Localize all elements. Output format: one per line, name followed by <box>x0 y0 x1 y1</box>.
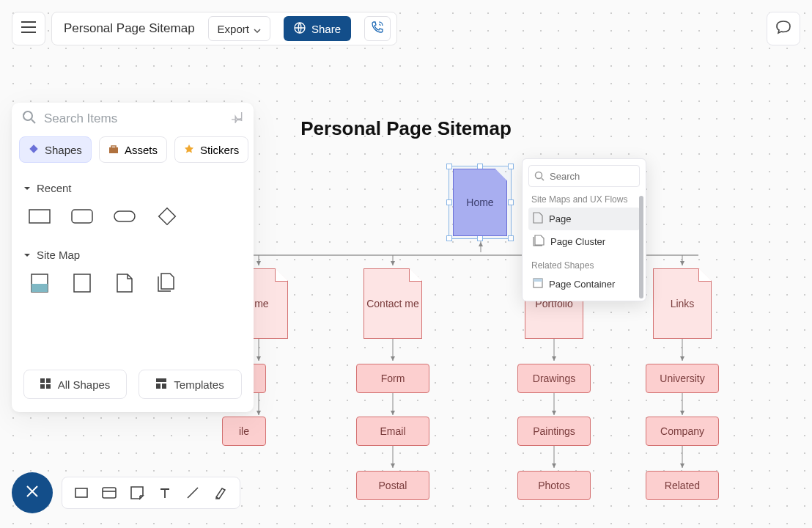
node-rect-drawings[interactable]: Drawings <box>517 364 591 393</box>
node-rect-photos[interactable]: Photos <box>517 471 591 500</box>
svg-rect-7 <box>114 211 135 221</box>
node-label: Links <box>671 298 695 309</box>
star-icon <box>184 144 194 156</box>
svg-rect-10 <box>32 284 48 292</box>
svg-rect-11 <box>74 274 90 292</box>
diagram-title[interactable]: Personal Page Sitemap <box>300 117 512 140</box>
svg-rect-13 <box>46 378 51 383</box>
shapes-panel: Shapes Assets Stickers Recent Site Map <box>12 103 254 412</box>
node-label: ile <box>239 425 249 437</box>
node-home-label: Home <box>466 197 493 208</box>
tab-assets[interactable]: Assets <box>99 136 167 163</box>
templates-icon <box>156 378 166 391</box>
node-home[interactable]: Home <box>453 169 507 236</box>
shape-page-fill[interactable] <box>26 270 53 296</box>
qt-highlighter[interactable] <box>209 481 232 505</box>
node-page-links[interactable]: Links <box>653 268 712 339</box>
node-rect-company[interactable]: Company <box>646 417 719 446</box>
qt-line[interactable] <box>181 481 204 505</box>
page-icon <box>533 212 543 226</box>
search-icon[interactable] <box>22 110 37 128</box>
qt-rectangle[interactable] <box>70 481 93 505</box>
qt-sticky-note[interactable] <box>125 481 149 505</box>
section-sitemap-toggle[interactable]: Site Map <box>23 243 242 267</box>
node-label: Postal <box>379 480 407 491</box>
qt-text[interactable] <box>153 481 177 505</box>
node-rect-postal[interactable]: Postal <box>356 471 429 500</box>
svg-rect-8 <box>159 208 176 225</box>
picker-item-page-container[interactable]: Page Container <box>528 274 640 295</box>
picker-search-input[interactable] <box>528 165 640 187</box>
node-label: Photos <box>538 480 570 491</box>
picker-category-label: Site Maps and UX Flows <box>528 187 640 208</box>
svg-rect-15 <box>46 384 51 389</box>
shape-file-stack[interactable] <box>154 270 180 296</box>
quick-tool-strip <box>62 477 240 509</box>
svg-point-19 <box>536 172 542 179</box>
shape-picker-popup: Site Maps and UX Flows Page Page Cluster… <box>522 158 646 301</box>
pin-icon[interactable] <box>232 111 243 126</box>
node-rect-paintings[interactable]: Paintings <box>517 417 591 446</box>
node-label: Contact me <box>366 298 419 309</box>
shapes-search-input[interactable] <box>44 111 224 126</box>
scrollbar-thumb[interactable] <box>639 196 643 298</box>
picker-item-label: Page <box>549 213 571 224</box>
node-page-contact[interactable]: Contact me <box>363 268 422 339</box>
node-label: Company <box>660 425 704 437</box>
svg-rect-21 <box>534 279 542 282</box>
node-label: Related <box>665 480 700 491</box>
svg-rect-17 <box>156 384 160 389</box>
page-container-icon <box>533 278 543 290</box>
svg-rect-16 <box>156 378 166 382</box>
svg-rect-22 <box>75 488 87 497</box>
section-recent-label: Recent <box>37 182 72 194</box>
shape-page-outline[interactable] <box>69 270 95 296</box>
all-shapes-button[interactable]: All Shapes <box>23 370 127 399</box>
qt-card[interactable] <box>97 481 121 505</box>
svg-rect-18 <box>162 384 166 389</box>
shape-rounded-rectangle[interactable] <box>69 203 95 230</box>
shape-file[interactable] <box>111 270 138 296</box>
node-rect-related[interactable]: Related <box>646 471 719 500</box>
picker-item-label: Page Container <box>549 279 615 290</box>
picker-item-label: Page Cluster <box>550 236 605 247</box>
svg-rect-2 <box>29 144 37 153</box>
briefcase-icon <box>108 144 119 156</box>
section-recent-toggle[interactable]: Recent <box>23 176 242 200</box>
shape-diamond[interactable] <box>154 203 180 230</box>
tab-stickers[interactable]: Stickers <box>174 136 248 163</box>
node-label: Paintings <box>533 425 575 437</box>
node-rect-email[interactable]: Email <box>356 417 429 446</box>
svg-rect-14 <box>40 384 45 389</box>
page-cluster-icon <box>533 235 545 249</box>
all-shapes-label: All Shapes <box>58 378 111 391</box>
diamond-icon <box>29 144 39 156</box>
svg-rect-6 <box>72 210 92 223</box>
svg-rect-12 <box>40 378 45 383</box>
svg-rect-5 <box>29 210 50 223</box>
close-fab-button[interactable] <box>12 472 53 513</box>
picker-item-page[interactable]: Page <box>528 208 640 230</box>
svg-rect-23 <box>103 488 116 498</box>
search-icon <box>534 171 545 181</box>
shape-rectangle[interactable] <box>26 203 53 230</box>
node-rect[interactable]: ile <box>222 417 266 446</box>
node-label: University <box>660 373 704 384</box>
tab-shapes[interactable]: Shapes <box>19 136 92 163</box>
section-sitemap-label: Site Map <box>37 249 80 261</box>
node-rect-form[interactable]: Form <box>356 364 429 393</box>
node-label: Drawings <box>533 373 575 384</box>
templates-label: Templates <box>174 378 224 391</box>
shape-pill[interactable] <box>111 203 138 230</box>
svg-rect-4 <box>111 146 116 148</box>
tab-shapes-label: Shapes <box>45 144 82 156</box>
node-label: Email <box>380 425 405 437</box>
tab-assets-label: Assets <box>125 144 158 156</box>
picker-category-label: Related Shapes <box>528 253 640 274</box>
node-rect-university[interactable]: University <box>646 364 719 393</box>
close-icon <box>26 485 39 501</box>
templates-button[interactable]: Templates <box>139 370 242 399</box>
picker-item-page-cluster[interactable]: Page Cluster <box>528 230 640 253</box>
svg-point-1 <box>23 111 32 120</box>
tab-stickers-label: Stickers <box>200 144 239 156</box>
